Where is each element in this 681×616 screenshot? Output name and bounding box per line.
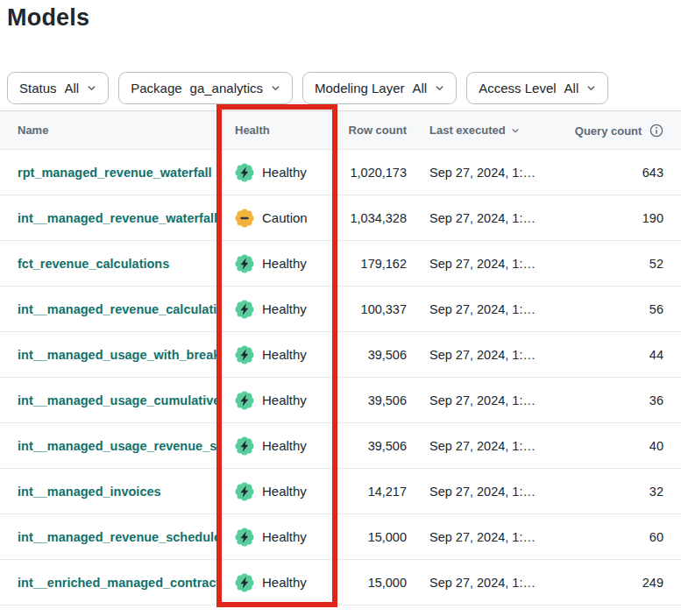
health-badge xyxy=(235,345,254,365)
health-status-label: Healthy xyxy=(262,484,307,499)
health-badge xyxy=(235,300,254,319)
health-status-label: Healthy xyxy=(262,256,307,271)
last-executed-value: Sep 27, 2024, 1:… xyxy=(408,211,561,225)
table-row: rpt_managed_revenue_waterfall xyxy=(0,150,681,195)
model-name-link[interactable]: int__managed_usage_revenue_sc… xyxy=(18,439,217,453)
query-count-value: 249 xyxy=(561,576,681,590)
filter-status-value: All xyxy=(65,81,80,96)
last-executed-value: Sep 27, 2024, 1:… xyxy=(408,257,561,271)
table-row: int__managed_revenue_waterfall xyxy=(0,195,681,241)
filter-access-level[interactable]: Access Level All xyxy=(466,72,608,104)
table-row: int__managed_revenue_schedule_… xyxy=(0,514,681,560)
page-title: Models xyxy=(7,4,89,32)
filter-modeling-layer[interactable]: Modeling Layer All xyxy=(302,72,457,104)
health-badge xyxy=(235,573,254,592)
table-row: int__managed_invoices xyxy=(0,469,681,514)
health-status-label: Healthy xyxy=(262,529,307,544)
model-name-link[interactable]: int__managed_revenue_schedule_… xyxy=(18,530,217,544)
filter-package[interactable]: Package ga_analytics xyxy=(118,72,293,104)
table-row: int__managed_usage_revenue_sc… xyxy=(0,423,681,469)
filter-status[interactable]: Status All xyxy=(7,72,109,104)
health-status-label: Healthy xyxy=(262,301,307,316)
column-header-name: Name xyxy=(0,124,217,137)
query-count-value: 60 xyxy=(561,530,681,544)
query-count-value: 40 xyxy=(561,439,681,453)
health-badge xyxy=(235,209,254,228)
last-executed-value: Sep 27, 2024, 1:… xyxy=(408,576,561,590)
health-status-label: Caution xyxy=(262,210,308,225)
last-executed-value: Sep 27, 2024, 1:… xyxy=(408,393,561,407)
health-status-label: Healthy xyxy=(262,393,307,407)
row-count-value: 39,506 xyxy=(337,348,408,362)
model-name-link[interactable]: rpt_managed_revenue_waterfall xyxy=(18,166,212,180)
column-header-last-executed-label: Last executed xyxy=(429,124,506,137)
table-row: int__enriched_managed_contracts xyxy=(0,560,681,605)
chevron-down-icon xyxy=(586,83,596,93)
sort-chevron-down-icon xyxy=(511,126,520,135)
health-badge xyxy=(235,527,254,547)
models-table: Name Health Row count Last executed Quer… xyxy=(0,110,681,605)
info-icon[interactable] xyxy=(649,124,663,138)
row-count-value: 100,337 xyxy=(337,302,408,316)
row-count-value: 39,506 xyxy=(337,393,408,407)
model-name-link[interactable]: int__managed_invoices xyxy=(18,485,161,499)
column-header-row-count: Row count xyxy=(337,124,408,137)
filter-access-level-label: Access Level xyxy=(479,81,556,96)
filter-access-level-value: All xyxy=(564,81,579,96)
last-executed-value: Sep 27, 2024, 1:… xyxy=(408,485,561,499)
filter-status-label: Status xyxy=(19,81,57,96)
row-count-value: 1,020,173 xyxy=(337,166,408,180)
row-count-value: 1,034,328 xyxy=(337,211,408,225)
model-name-link[interactable]: int__managed_usage_with_breaka… xyxy=(18,348,217,362)
health-badge xyxy=(235,391,254,410)
table-row: fct_revenue_calculations xyxy=(0,241,681,287)
row-count-value: 39,506 xyxy=(337,439,408,453)
chevron-down-icon xyxy=(87,83,96,93)
filter-bar: Status All Package ga_analytics Modeling… xyxy=(7,72,608,104)
chevron-down-icon xyxy=(435,83,444,93)
column-header-last-executed[interactable]: Last executed xyxy=(408,124,561,137)
row-count-value: 15,000 xyxy=(337,576,408,590)
health-badge xyxy=(235,163,254,182)
query-count-value: 32 xyxy=(561,485,681,499)
last-executed-value: Sep 27, 2024, 1:… xyxy=(408,166,561,180)
model-name-link[interactable]: int__managed_revenue_waterfall xyxy=(18,211,217,225)
last-executed-value: Sep 27, 2024, 1:… xyxy=(408,530,561,544)
column-header-query-count-label: Query count xyxy=(575,124,642,138)
last-executed-value: Sep 27, 2024, 1:… xyxy=(408,439,561,453)
models-page: Models Status All Package ga_analytics M… xyxy=(0,0,681,616)
health-badge xyxy=(235,436,254,456)
row-count-value: 15,000 xyxy=(337,530,408,544)
table-row: int__managed_revenue_calculations xyxy=(0,287,681,332)
query-count-value: 52 xyxy=(561,257,681,271)
query-count-value: 190 xyxy=(561,211,681,225)
table-row: int__managed_usage_with_breaka… xyxy=(0,332,681,378)
filter-modeling-layer-value: All xyxy=(413,81,428,96)
model-name-link[interactable]: int__enriched_managed_contracts xyxy=(18,576,217,590)
query-count-value: 56 xyxy=(561,302,681,316)
filter-modeling-layer-label: Modeling Layer xyxy=(315,81,405,96)
minus-icon xyxy=(240,216,248,218)
query-count-value: 643 xyxy=(561,166,681,180)
table-body: rpt_managed_revenue_waterfall xyxy=(0,150,681,605)
filter-package-label: Package xyxy=(131,81,181,96)
health-status-label: Healthy xyxy=(262,438,307,453)
query-count-value: 36 xyxy=(561,393,681,407)
chevron-down-icon xyxy=(271,83,280,93)
health-status-label: Healthy xyxy=(262,575,307,590)
table-row: int__managed_usage_cumulative_… xyxy=(0,378,681,423)
last-executed-value: Sep 27, 2024, 1:… xyxy=(408,302,561,316)
last-executed-value: Sep 27, 2024, 1:… xyxy=(408,348,561,362)
model-name-link[interactable]: fct_revenue_calculations xyxy=(18,257,169,271)
row-count-value: 14,217 xyxy=(337,485,408,499)
filter-package-value: ga_analytics xyxy=(190,81,263,96)
query-count-value: 44 xyxy=(561,348,681,362)
health-status-label: Healthy xyxy=(262,347,307,362)
row-count-value: 179,162 xyxy=(337,257,408,271)
model-name-link[interactable]: int__managed_revenue_calculations xyxy=(18,302,217,316)
table-header: Name Health Row count Last executed Quer… xyxy=(0,110,681,150)
health-badge xyxy=(235,254,254,273)
health-status-label: Healthy xyxy=(262,165,307,180)
column-header-health: Health xyxy=(217,124,337,137)
model-name-link[interactable]: int__managed_usage_cumulative_… xyxy=(18,393,217,407)
